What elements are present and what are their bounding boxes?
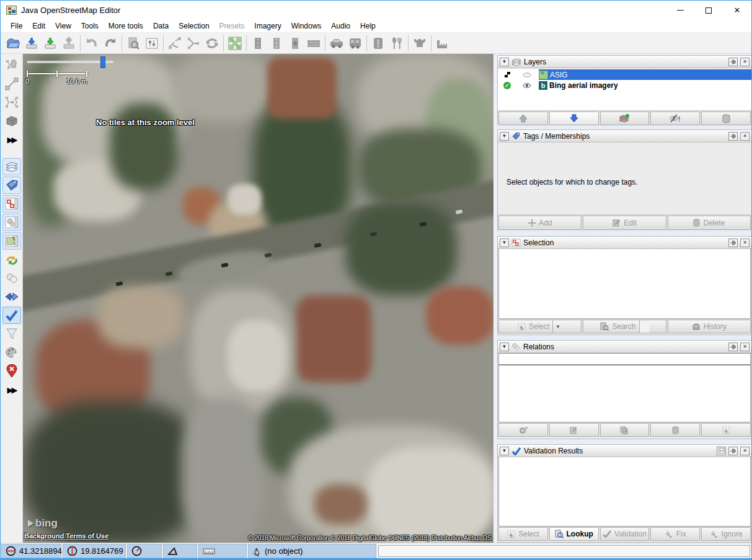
layer-row-bing[interactable]: ✓ b Bing aerial imagery (498, 80, 751, 90)
collapse-button[interactable]: ▼ (500, 132, 509, 141)
relations-filter-field[interactable] (498, 353, 751, 365)
map-canvas[interactable]: 0 10.0 m No tiles at this zoom level bin… (23, 54, 493, 544)
layer-row-asig[interactable]: ASIG (498, 69, 751, 80)
select-tool-button[interactable] (2, 56, 21, 74)
close-panel-button[interactable]: ✕ (740, 132, 750, 141)
sticky-button[interactable] (728, 343, 738, 351)
menu-windows[interactable]: Windows (286, 20, 327, 32)
history-icon (692, 323, 701, 330)
authors-toggle-button[interactable] (2, 269, 21, 287)
open-folder-icon (6, 37, 20, 50)
search-extra-button[interactable] (639, 320, 649, 333)
download-to-layer-button[interactable] (22, 34, 41, 53)
more-dialogs-button[interactable]: ▶▶ (2, 381, 21, 398)
layers-toggle-button[interactable] (2, 158, 21, 175)
menu-edit[interactable]: Edit (27, 20, 50, 32)
filter-funnel-icon (5, 328, 19, 340)
menu-help[interactable]: Help (355, 20, 381, 32)
download-icon (43, 37, 57, 50)
draw-tool-button[interactable] (2, 75, 21, 92)
layers-panel-title: ▼ Layers ✕ (498, 56, 751, 68)
tags-buttons: Add Edit Delete (498, 215, 751, 231)
map-imagery-blob (267, 57, 337, 119)
validation-results-list (498, 457, 751, 527)
document-search-icon (126, 37, 140, 50)
close-panel-button[interactable]: ✕ (740, 447, 750, 455)
collapse-button[interactable]: ▼ (500, 343, 509, 351)
menu-view[interactable]: View (50, 20, 76, 32)
zoom-slider-handle[interactable] (100, 56, 105, 68)
validator-preferences-button[interactable] (717, 447, 726, 455)
download-current-view-button[interactable] (226, 34, 244, 53)
history-button: History (668, 320, 751, 333)
map-imagery-blob (110, 103, 178, 190)
download-data-button[interactable] (41, 34, 60, 53)
menu-selection[interactable]: Selection (174, 20, 214, 32)
window-title: Java OpenStreetMap Editor (21, 6, 120, 15)
close-panel-button[interactable]: ✕ (740, 343, 750, 351)
copy-icon (620, 426, 629, 434)
motorway-icon (251, 37, 265, 50)
menu-tools[interactable]: Tools (76, 20, 104, 32)
sticky-button[interactable] (728, 238, 738, 247)
palette-icon (5, 346, 19, 359)
visibility-toggle[interactable] (516, 82, 537, 89)
bus-preset-button (346, 34, 365, 53)
menu-audio[interactable]: Audio (326, 20, 355, 32)
arrow-down-icon (570, 114, 578, 123)
visibility-toggle[interactable] (516, 72, 537, 78)
delete-layer-button[interactable] (701, 112, 751, 125)
notes-toggle-button[interactable] (2, 362, 21, 380)
move-layer-down-button[interactable] (549, 112, 599, 125)
tag-icon (5, 179, 19, 191)
collapse-button[interactable]: ▼ (500, 58, 509, 66)
menu-data[interactable]: Data (148, 20, 174, 32)
collapse-button[interactable]: ▼ (500, 238, 509, 247)
filter-toggle-button[interactable] (2, 325, 21, 343)
close-panel-button[interactable]: ✕ (740, 58, 750, 66)
menu-file[interactable]: File (6, 20, 27, 32)
sticky-button[interactable] (728, 58, 738, 66)
split-way-button (166, 34, 184, 53)
relations-panel: ▼ Relations ✕ (497, 340, 752, 439)
minimize-icon (677, 10, 684, 11)
lookup-button[interactable]: Lookup (549, 527, 599, 541)
close-panel-button[interactable]: ✕ (740, 238, 750, 247)
toolbar-separator (431, 35, 431, 51)
draw-node-icon (5, 77, 19, 90)
edit-icon (570, 426, 578, 434)
validation-panel: ▼ Validation Results ✕ Select Lookup (497, 444, 752, 543)
sticky-button[interactable] (728, 447, 738, 455)
improve-way-tool-button[interactable] (2, 94, 21, 111)
scale-start-label: 0 (25, 77, 29, 85)
extrude-tool-button[interactable] (2, 112, 21, 129)
search-button: Search (583, 320, 666, 333)
sticky-button[interactable] (728, 132, 738, 141)
paint-toggle-button[interactable] (2, 344, 21, 361)
open-button[interactable] (4, 34, 22, 53)
map-imagery-blob (172, 54, 277, 122)
wall-icon (306, 37, 321, 50)
mapstyle-toggle-button[interactable] (2, 232, 21, 250)
conflict-toggle-button[interactable] (2, 288, 21, 305)
redo-button (101, 34, 120, 53)
lookup-label: Lookup (567, 530, 593, 538)
selection-toggle-button[interactable] (2, 195, 21, 212)
double-arrow-icon: ▶▶ (7, 135, 16, 144)
maximize-button[interactable] (694, 1, 723, 20)
terms-of-use-link[interactable]: Background Terms of Use (24, 532, 108, 540)
more-modes-button[interactable]: ▶▶ (2, 131, 21, 148)
commandstack-toggle-button[interactable] (2, 251, 21, 268)
validation-toggle-button[interactable] (2, 307, 21, 324)
menu-imagery[interactable]: Imagery (249, 20, 286, 32)
tags-toggle-button[interactable] (2, 177, 21, 194)
object-info-value: (no object) (265, 546, 303, 556)
preferences-button[interactable] (143, 34, 161, 53)
collapse-button[interactable]: ▼ (500, 447, 509, 455)
minimize-button[interactable] (666, 1, 694, 20)
relations-toggle-button[interactable] (2, 214, 21, 231)
layer-visibility-button[interactable]: ! (650, 112, 700, 125)
menu-more-tools[interactable]: More tools (104, 20, 148, 32)
close-button[interactable]: ✕ (723, 1, 751, 20)
select-dropdown-arrow[interactable]: ▼ (552, 320, 562, 333)
